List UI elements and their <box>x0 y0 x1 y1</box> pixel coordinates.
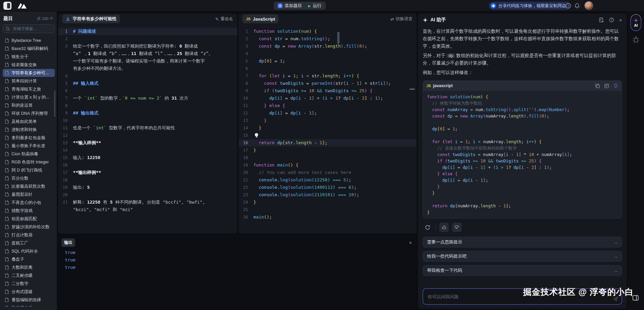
send-icon[interactable] <box>613 296 618 302</box>
thumbs-down-icon[interactable] <box>452 223 462 232</box>
ai-code-line[interactable]: dp[i] = dp[i - 1]; <box>427 177 618 183</box>
description-line[interactable]: 14 <box>58 147 237 154</box>
ai-code-line[interactable]: return dp[numArray.length - 1]; <box>427 203 618 209</box>
panel-resize-handle[interactable] <box>410 88 415 90</box>
search-box[interactable] <box>3 24 55 33</box>
description-line[interactable]: 8 <box>58 102 237 109</box>
sidebar-item[interactable]: 穿越沙漠的补给次数 <box>3 223 55 231</box>
sidebar-item[interactable]: 环状 DNA 序列整理 <box>3 109 55 118</box>
code-line[interactable]: 1function solution(num) { <box>239 28 417 35</box>
sidebar-item[interactable]: 猜数字游戏 <box>3 207 55 215</box>
sidebar-item[interactable]: 百分位数 <box>3 174 55 182</box>
description-line[interactable]: 3给定一个数字，我们按照如下规则把它翻译为字符串: 0 翻译成 <box>58 43 237 50</box>
description-line[interactable]: 11也是一个 `int` 型数字，代表字符串的总共可能性 <box>58 124 237 132</box>
sidebar-item[interactable]: 比赛最高获胜次数 <box>3 182 55 190</box>
problem-title-tab[interactable]: 字符串有多少种可能性 <box>62 15 120 23</box>
ai-code-line[interactable]: const numArray = num.toString().split(''… <box>427 106 618 113</box>
description-line[interactable]: 13**输入样例** <box>58 139 237 147</box>
ai-chat-input[interactable] <box>427 294 608 300</box>
code-line[interactable]: 17} <box>239 147 417 154</box>
ai-code-line[interactable]: if (twoDigits >= 10 && twoDigits <= 25) … <box>427 158 618 164</box>
code-line[interactable]: 22 console.log(solution(1400112) === 6); <box>239 184 417 191</box>
description-line[interactable]: 16 <box>58 161 237 169</box>
lightbulb-icon[interactable] <box>255 133 258 138</box>
sidebar-item[interactable]: 分布式团建 <box>3 288 55 296</box>
description-line[interactable]: 2 <box>58 35 237 43</box>
sidebar-item[interactable]: 字符串有多少种可... <box>3 69 55 77</box>
code-line[interactable]: 4 <box>239 50 417 57</box>
ai-code-line[interactable] <box>427 132 618 138</box>
ai-code-line[interactable]: } <box>427 209 618 215</box>
add-problem-button[interactable]: + 添加题目 <box>274 2 306 10</box>
sidebar-item[interactable]: SQL 代码补全 <box>3 247 55 255</box>
description-line[interactable]: 17**输出样例** <box>58 169 237 176</box>
help-icon[interactable]: ? <box>565 2 572 9</box>
ai-code-line[interactable]: } <box>427 190 618 196</box>
description-line[interactable]: 6 <box>58 87 237 95</box>
code-line[interactable]: 13 } <box>239 117 417 124</box>
ai-code-line[interactable]: } <box>427 183 618 190</box>
description-line[interactable]: 10 <box>58 117 237 124</box>
ai-code-line[interactable]: const twoDigits = numArray[i - 1] * 10 +… <box>427 151 618 158</box>
code-line[interactable]: 19function main() { <box>239 161 417 169</box>
ai-code-line[interactable]: } else { <box>427 171 618 177</box>
sidebar-item[interactable]: 创意标题匹配 <box>3 215 55 223</box>
sidebar-item[interactable]: RGB 色值转 Integer <box>3 158 55 166</box>
code-line[interactable]: 9 if (twoDigits >= 10 && twoDigits <= 25… <box>239 87 417 95</box>
code-line[interactable]: 8 const twoDigits = parseInt(str[i - 1] … <box>239 80 417 87</box>
code-line[interactable]: 24} <box>239 199 417 206</box>
user-avatar[interactable] <box>585 1 593 10</box>
code-line[interactable]: 25 <box>239 206 417 213</box>
sidebar-item[interactable]: 不再贪心的小包 <box>3 199 55 207</box>
description-line[interactable]: "bczi", "mcfi" 和 "mzi" <box>58 206 237 213</box>
code-line[interactable]: 16 return dp[str.length - 1]; <box>239 139 417 147</box>
sidebar-item[interactable]: 大数和距离 <box>3 263 55 272</box>
rename-button[interactable]: ✎ 重命名 <box>215 16 233 22</box>
suggestion-button[interactable]: 需要一点思路提示→ <box>423 237 622 248</box>
promo-banner[interactable]: ◆ 分享代码练习体验，领限量定制周边 <box>489 2 570 10</box>
description-line[interactable]: 9## 输出格式 <box>58 109 237 117</box>
description-line[interactable]: 有多少种不同的翻译方法。 <box>58 65 237 72</box>
ai-code-line[interactable]: dp[i] = dp[i - 1] + (i > 1? dp[i - 2] : … <box>427 164 618 171</box>
code-line[interactable]: 20 // You can add more test cases here <box>239 169 417 176</box>
juejin-logo-icon[interactable] <box>16 2 28 9</box>
sidebar-item[interactable]: 青海湖租车之旅 <box>3 85 55 93</box>
switch-language-button[interactable]: ⇄ 切换语言 <box>391 16 413 22</box>
output-tab[interactable]: 输出 <box>61 238 75 247</box>
sidebar-item[interactable]: 飞行棋分组 <box>3 304 55 307</box>
thumbs-up-icon[interactable] <box>439 223 449 232</box>
markdown-editor[interactable]: 1# 问题描述23给定一个数字，我们按照如下规则把它翻译为字符串: 0 翻译成“… <box>58 24 237 213</box>
description-line[interactable]: 7一个 `int` 型的数字，`0 <= num <= 2` 的 31 次方 <box>58 95 237 102</box>
editor-scrollbar[interactable] <box>337 32 340 44</box>
description-line[interactable]: “a” ，1 翻译成 “b”，……，11 翻译成 “l”，……，25 翻译成 “… <box>58 50 237 57</box>
sidebar-item[interactable]: 简单四则计算 <box>3 77 55 85</box>
code-line[interactable]: 14 } <box>239 124 417 132</box>
ai-code-line[interactable]: // 直接从数字数组中获取相邻的两个数字 <box>427 145 618 151</box>
close-ai-icon[interactable]: × <box>619 17 622 23</box>
sidebar-item[interactable]: 猫鱼分干 <box>3 53 55 61</box>
sidebar-item[interactable]: 拿到最多红包金额 <box>3 134 55 142</box>
code-line[interactable]: 23 console.log(solution(2110101) === 10)… <box>239 191 417 199</box>
sidebar-item[interactable]: Base32 编码和解码 <box>3 45 55 53</box>
sidebar-item[interactable]: 计算位置 x 到 y 的... <box>3 93 55 101</box>
panel-toggle-icon[interactable] <box>632 294 639 302</box>
code-line[interactable]: 12 dp[i] = dp[i - 1]; <box>239 109 417 117</box>
code-line[interactable]: 3 const dp = new Array(str.length).fill(… <box>239 43 417 50</box>
sidebar-item[interactable]: 二分数字 <box>3 280 55 288</box>
ai-code-line[interactable]: dp[0] = 1; <box>427 126 618 132</box>
sidebar-item[interactable]: 链表聚集交换 <box>3 61 55 69</box>
code-line[interactable]: 2 const str = num.toString(); <box>239 35 417 43</box>
sidebar-item[interactable]: Cion 勒索病毒 <box>3 150 55 158</box>
new-chat-icon[interactable] <box>599 17 604 23</box>
sidebar-item[interactable]: 蛋糕工厂 <box>3 239 55 247</box>
copy-code-icon[interactable] <box>595 83 600 88</box>
ai-code-line[interactable]: function solution(num) { <box>427 94 618 100</box>
description-line[interactable]: 15输入: 12258 <box>58 154 237 161</box>
suggestion-button[interactable]: 帮我检查一下代码→ <box>423 265 622 276</box>
code-line[interactable]: 26main(); <box>239 213 417 221</box>
sidebar-item[interactable]: 番茄编辑的选择 <box>3 296 55 304</box>
sidebar-item[interactable]: 二叉树供暖 <box>3 272 55 280</box>
ai-chat-input-box[interactable] <box>423 288 622 305</box>
sidebar-item[interactable]: 打点计数器 <box>3 231 55 239</box>
ai-code-line[interactable]: // 将数字转换为数字数组 <box>427 100 618 106</box>
